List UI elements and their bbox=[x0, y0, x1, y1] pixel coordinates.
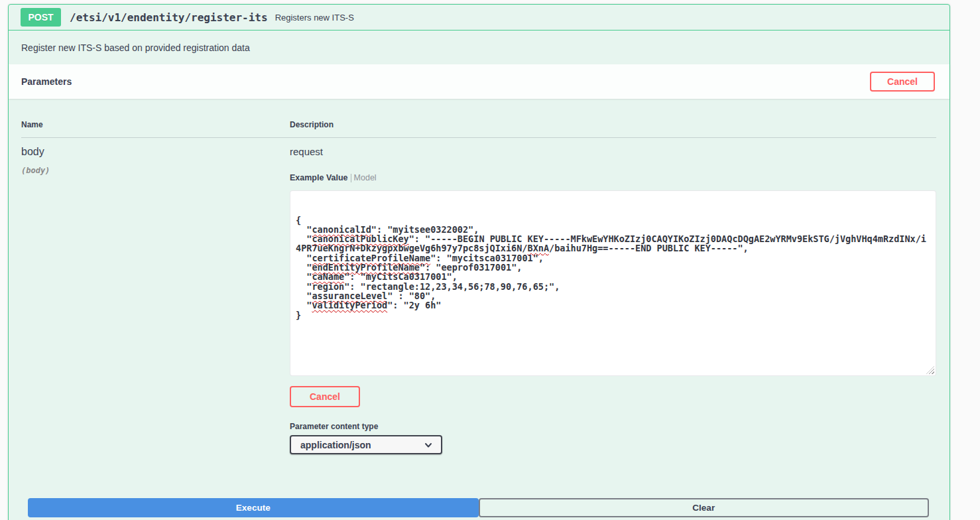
table-row: body (body) request Example Value Model … bbox=[21, 138, 936, 454]
chevron-down-icon bbox=[424, 440, 433, 450]
model-example-tabs: Example Value Model bbox=[290, 173, 936, 182]
param-name-cell: body (body) bbox=[21, 146, 290, 454]
endpoint-description: Register new ITS-S based on provided reg… bbox=[9, 31, 949, 64]
cancel-body-edit-button[interactable]: Cancel bbox=[290, 386, 360, 407]
http-method-badge: POST bbox=[21, 8, 61, 27]
parameters-table: Name Description body (body) request Exa… bbox=[9, 99, 949, 454]
tab-example-value[interactable]: Example Value bbox=[290, 173, 348, 182]
param-description-cell: request Example Value Model { "canonical… bbox=[290, 146, 936, 454]
parameters-section-header: Parameters Cancel bbox=[9, 64, 949, 99]
cancel-try-out-button[interactable]: Cancel bbox=[870, 72, 935, 92]
request-body-text: { "canonicalId": "myitsee0322002", "cano… bbox=[296, 216, 930, 320]
textarea-resize-handle[interactable] bbox=[926, 366, 934, 374]
request-body-editor[interactable]: { "canonicalId": "myitsee0322002", "cano… bbox=[290, 190, 936, 376]
parameters-title: Parameters bbox=[21, 76, 72, 87]
parameter-content-type-label: Parameter content type bbox=[290, 422, 936, 431]
execute-button[interactable]: Execute bbox=[28, 498, 479, 517]
opblock-post-register-its: POST /etsi/v1/endentity/register-its Reg… bbox=[8, 4, 950, 520]
content-type-selected-value: application/json bbox=[300, 440, 371, 450]
param-type: (body) bbox=[21, 166, 290, 175]
param-description: request bbox=[290, 146, 936, 157]
clear-button[interactable]: Clear bbox=[479, 498, 930, 517]
endpoint-summary-bar[interactable]: POST /etsi/v1/endentity/register-its Reg… bbox=[9, 5, 949, 31]
column-header-name: Name bbox=[21, 120, 290, 129]
tab-divider bbox=[351, 174, 351, 182]
execute-wrapper: Execute Clear bbox=[9, 454, 949, 520]
content-type-select[interactable]: application/json bbox=[290, 435, 442, 454]
tab-model[interactable]: Model bbox=[354, 173, 377, 182]
param-name: body bbox=[21, 146, 290, 158]
column-header-description: Description bbox=[290, 120, 936, 129]
endpoint-summary-text: Registers new ITS-S bbox=[275, 13, 354, 23]
parameters-table-header: Name Description bbox=[21, 112, 936, 138]
endpoint-path: /etsi/v1/endentity/register-its bbox=[70, 11, 268, 24]
